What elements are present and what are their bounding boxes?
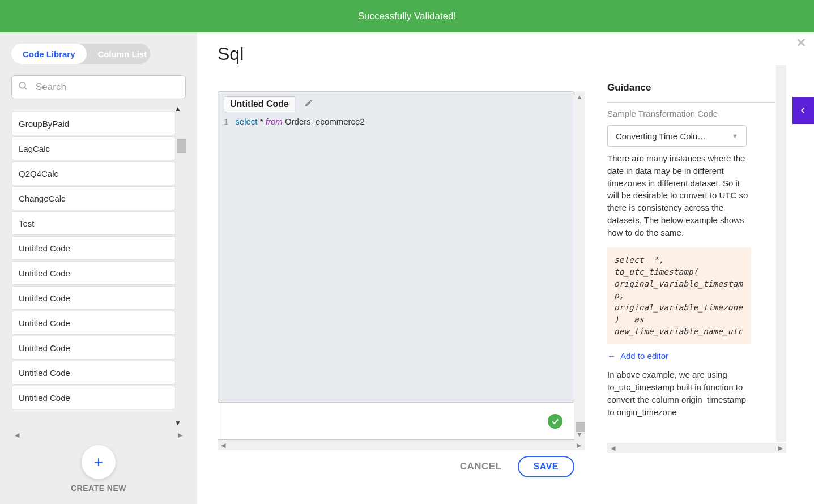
list-item[interactable]: LagCalc — [11, 136, 176, 160]
divider — [607, 102, 775, 103]
arrow-left-icon: ← — [607, 351, 616, 361]
code-list-wrap: ▲ GroupByPaid LagCalc Q2Q4Calc ChangeCal… — [11, 104, 186, 428]
list-item[interactable]: Untitled Code — [11, 236, 176, 260]
list-item[interactable]: Untitled Code — [11, 286, 176, 310]
guidance-scrollbar-v[interactable] — [776, 65, 786, 442]
search-input[interactable] — [11, 75, 186, 99]
editor-status-bar — [218, 403, 574, 440]
code-list: GroupByPaid LagCalc Q2Q4Calc ChangeCalc … — [11, 112, 176, 420]
code-text: * — [258, 117, 266, 126]
guidance-paragraph: In above example, we are using to_utc_ti… — [607, 369, 749, 418]
editor-scrollbar-h[interactable]: ◀ ▶ — [218, 440, 585, 450]
list-item[interactable]: Untitled Code — [11, 386, 176, 409]
scrollbar-thumb[interactable] — [177, 139, 186, 153]
sidebar: Code Library Column List ▲ GroupByPaid L… — [0, 32, 197, 504]
editor-header: Untitled Code — [218, 92, 574, 117]
list-item[interactable]: ChangeCalc — [11, 186, 176, 210]
dropdown-selected: Converting Time Colu… — [616, 131, 706, 141]
list-item[interactable]: Test — [11, 211, 176, 235]
scroll-right-icon[interactable]: ▶ — [178, 432, 182, 439]
create-new-button[interactable]: + — [82, 445, 116, 479]
list-item[interactable]: GroupByPaid — [11, 112, 176, 135]
guidance-panel: Guidance Sample Transformation Code Conv… — [607, 82, 775, 442]
scroll-right-icon[interactable]: ▶ — [577, 442, 581, 449]
keyword-from: from — [266, 117, 283, 126]
create-new-label: CREATE NEW — [71, 484, 126, 493]
scrollbar-thumb[interactable] — [576, 422, 585, 432]
list-item[interactable]: Untitled Code — [11, 311, 176, 335]
create-new-section: + CREATE NEW — [11, 439, 186, 493]
scroll-right-icon[interactable]: ▶ — [778, 445, 783, 452]
action-buttons: CANCEL SAVE — [218, 456, 574, 477]
scroll-down-icon[interactable]: ▼ — [174, 419, 181, 427]
keyword-select: select — [235, 117, 257, 126]
guidance-scrollbar-h[interactable]: ◀ ▶ — [607, 443, 786, 453]
code-sample: select *, to_utc_timestamp( original_var… — [607, 247, 751, 344]
plus-icon: + — [94, 453, 103, 471]
sidebar-tabs: Code Library Column List — [11, 44, 150, 64]
pencil-icon[interactable] — [304, 99, 313, 110]
close-icon[interactable]: ✕ — [796, 36, 806, 50]
scroll-up-icon[interactable]: ▲ — [577, 93, 583, 100]
list-scrollbar-v[interactable] — [176, 112, 186, 420]
banner-message: Successfully Validated! — [358, 11, 457, 22]
scroll-left-icon[interactable]: ◀ — [611, 445, 615, 452]
code-editor[interactable]: Untitled Code 1 select * from Orders_eco… — [218, 91, 574, 403]
scroll-left-icon[interactable]: ◀ — [221, 442, 225, 449]
chevron-down-icon: ▼ — [732, 133, 738, 139]
collapse-panel-button[interactable] — [792, 97, 814, 124]
guidance-title: Guidance — [607, 82, 775, 93]
editor-scrollbar-v[interactable]: ▲ ▼ — [574, 91, 585, 440]
list-scrollbar-h[interactable]: ◀ ▶ — [11, 430, 186, 439]
scroll-left-icon[interactable]: ◀ — [15, 432, 19, 439]
line-number: 1 — [224, 117, 228, 126]
code-line[interactable]: 1 select * from Orders_ecommerce2 — [218, 117, 574, 132]
check-circle-icon — [548, 414, 562, 429]
guidance-subtitle: Sample Transformation Code — [607, 109, 775, 118]
list-item[interactable]: Untitled Code — [11, 261, 176, 285]
list-item[interactable]: Untitled Code — [11, 336, 176, 360]
add-to-editor-link[interactable]: ← Add to editor — [607, 351, 775, 361]
success-banner: Successfully Validated! — [0, 0, 814, 32]
list-item[interactable]: Untitled Code — [11, 361, 176, 385]
cancel-button[interactable]: CANCEL — [460, 461, 502, 472]
code-name-field[interactable]: Untitled Code — [224, 96, 295, 112]
editor-area: Untitled Code 1 select * from Orders_eco… — [218, 91, 574, 440]
tab-code-library[interactable]: Code Library — [11, 44, 87, 64]
code-text: Orders_ecommerce2 — [283, 117, 365, 126]
add-to-editor-label: Add to editor — [620, 351, 668, 361]
guidance-body: Converting Time Colu… ▼ There are many i… — [607, 125, 775, 429]
list-item[interactable]: Q2Q4Calc — [11, 161, 176, 185]
search-wrap — [11, 75, 186, 99]
search-icon — [18, 81, 28, 93]
transformation-dropdown[interactable]: Converting Time Colu… ▼ — [607, 125, 747, 147]
save-button[interactable]: SAVE — [518, 456, 574, 477]
guidance-paragraph: There are many instances where the date … — [607, 152, 749, 238]
page-title: Sql — [218, 44, 244, 65]
svg-point-0 — [19, 82, 25, 88]
tab-column-list[interactable]: Column List — [87, 44, 159, 64]
svg-line-1 — [24, 87, 27, 89]
main-panel: ✕ Sql Untitled Code 1 select * from Orde… — [197, 32, 814, 504]
